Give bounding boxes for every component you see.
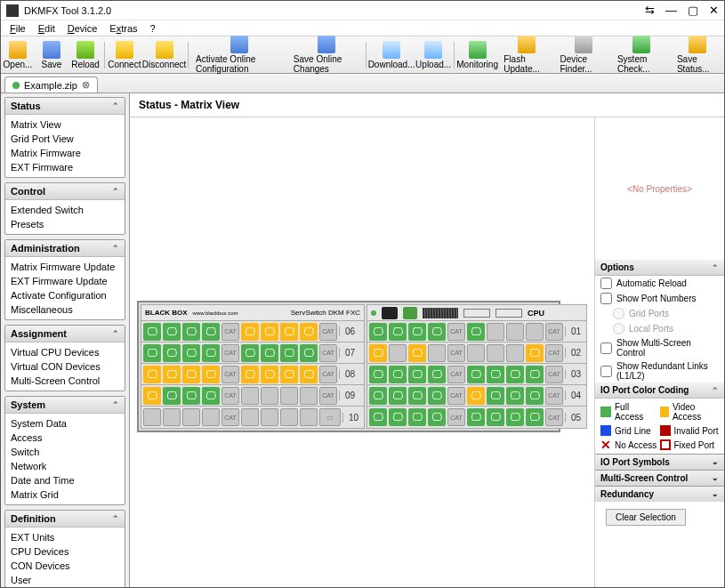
sidebar-item-ext-fw-upd[interactable]: EXT Firmware Update	[11, 274, 119, 288]
panel-control-header[interactable]: Control⌃	[5, 183, 125, 200]
device-finder-button[interactable]: Device Finder...	[554, 34, 611, 76]
port-cat[interactable]: CAT	[447, 408, 465, 426]
port-green[interactable]: 🖵	[369, 408, 387, 426]
port-green[interactable]: 🖵	[182, 344, 200, 362]
sidebar-item-access[interactable]: Access	[11, 431, 119, 445]
open-button[interactable]: Open...	[1, 39, 35, 71]
port-cat[interactable]: CAT	[222, 344, 239, 362]
port-cat[interactable]: CAT	[447, 387, 465, 405]
port-orange[interactable]: 🖵	[467, 387, 485, 405]
port-empty[interactable]	[280, 387, 298, 405]
port-cat[interactable]: CAT	[222, 366, 239, 383]
sidebar-item-msc[interactable]: Multi-Screen Control	[11, 374, 119, 388]
panel-assign-header[interactable]: Assignment⌃	[5, 326, 125, 342]
port-empty[interactable]	[202, 408, 220, 426]
port-empty[interactable]	[487, 323, 504, 341]
sidebar-item-vcon[interactable]: Virtual CON Devices	[11, 359, 119, 374]
port-orange[interactable]: 🖵	[143, 366, 161, 383]
port-green[interactable]: 🖵	[408, 387, 426, 405]
port-empty[interactable]	[143, 408, 161, 426]
sidebar-item-misc[interactable]: Miscellaneous	[11, 302, 119, 317]
port-orange[interactable]: 🖵	[300, 323, 318, 341]
port-cat[interactable]: CAT	[319, 323, 337, 341]
tab-example[interactable]: Example.zip ⊗	[4, 77, 98, 93]
io-symbols-header[interactable]: IO Port Symbols⌄	[595, 454, 724, 470]
show-msc-checkbox[interactable]	[600, 342, 612, 354]
sidebar-item-activate[interactable]: Activate Configuration	[11, 288, 119, 302]
port-empty[interactable]	[280, 408, 298, 426]
port-empty[interactable]	[428, 344, 446, 362]
port-green[interactable]: 🖵	[467, 366, 485, 383]
port-cat[interactable]: CAT	[319, 366, 337, 383]
port-green[interactable]: 🖵	[428, 387, 446, 405]
port-green[interactable]: 🖵	[487, 366, 504, 383]
port-cat[interactable]: CAT	[222, 387, 239, 405]
connect-button[interactable]: Connect	[107, 39, 142, 71]
port-orange[interactable]: 🖵	[300, 366, 318, 383]
port-green[interactable]: 🖵	[280, 344, 298, 362]
port-cat[interactable]: CAT	[447, 366, 465, 383]
port-cat[interactable]: CAT	[319, 387, 337, 405]
port-empty[interactable]	[526, 323, 544, 341]
sidebar-item-presets[interactable]: Presets	[11, 217, 119, 231]
upload-button[interactable]: Upload...	[415, 39, 452, 71]
port-green[interactable]: 🖵	[389, 323, 407, 341]
port-empty[interactable]	[163, 408, 181, 426]
port-green[interactable]: 🖵	[163, 323, 181, 341]
port-green[interactable]: 🖵	[182, 323, 200, 341]
sidebar-item-matrix-view[interactable]: Matrix View	[11, 117, 119, 132]
panel-status-header[interactable]: Status⌃	[5, 98, 125, 115]
show-port-checkbox[interactable]	[600, 293, 612, 304]
port-cat[interactable]: CAT	[319, 344, 337, 362]
sidebar-item-vcpu[interactable]: Virtual CPU Devices	[11, 345, 119, 359]
panel-admin-header[interactable]: Administration⌃	[5, 240, 125, 257]
port-green[interactable]: 🖵	[428, 323, 446, 341]
sidebar-item-cpudev[interactable]: CPU Devices	[11, 544, 119, 559]
save-button[interactable]: Save	[35, 39, 68, 71]
port-empty[interactable]	[261, 387, 278, 405]
port-cat[interactable]: CAT	[545, 387, 563, 405]
sidebar-item-switch[interactable]: Switch	[11, 445, 119, 459]
panel-system-header[interactable]: System⌃	[5, 397, 125, 414]
port-green[interactable]: 🖵	[487, 408, 504, 426]
port-green[interactable]: 🖵	[182, 387, 200, 405]
port-green[interactable]: 🖵	[202, 344, 220, 362]
sidebar-item-user[interactable]: User	[11, 573, 119, 587]
port-cat[interactable]: CAT	[545, 366, 563, 383]
port-green[interactable]: 🖵	[487, 387, 504, 405]
window-minimize-icon[interactable]: —	[665, 4, 677, 17]
port-cat[interactable]: CAT	[545, 408, 563, 426]
port-empty[interactable]	[241, 408, 259, 426]
flash-update-button[interactable]: Flash Update...	[498, 34, 554, 76]
window-close-icon[interactable]: ✕	[709, 4, 719, 17]
show-redun-checkbox[interactable]	[600, 366, 612, 377]
window-restore-icon[interactable]: ⇆	[645, 4, 655, 17]
port-green[interactable]: 🖵	[300, 344, 318, 362]
port-green[interactable]: 🖵	[369, 366, 387, 383]
sidebar-item-network[interactable]: Network	[11, 459, 119, 473]
port-orange[interactable]: 🖵	[261, 323, 278, 341]
port-empty[interactable]	[182, 408, 200, 426]
port-empty[interactable]	[300, 408, 318, 426]
save-status-button[interactable]: Save Status...	[672, 34, 724, 76]
port-empty[interactable]	[300, 387, 318, 405]
system-check-button[interactable]: System Check...	[612, 34, 672, 76]
save-online-button[interactable]: Save Online Changes	[288, 34, 365, 76]
menu-file[interactable]: File	[4, 22, 31, 35]
port-cat[interactable]: CAT	[447, 323, 465, 341]
port-orange[interactable]: 🖵	[369, 344, 387, 362]
port-green[interactable]: 🖵	[526, 366, 544, 383]
port-orange[interactable]: 🖵	[241, 323, 259, 341]
window-maximize-icon[interactable]: ▢	[688, 4, 698, 17]
port-orange[interactable]: 🖵	[202, 366, 220, 383]
port-green[interactable]: 🖵	[163, 387, 181, 405]
menu-help[interactable]: ?	[145, 22, 161, 35]
panel-def-header[interactable]: Definition⌃	[5, 511, 125, 528]
port-green[interactable]: 🖵	[389, 408, 407, 426]
port-orange[interactable]: 🖵	[280, 323, 298, 341]
download-button[interactable]: Download...	[368, 39, 415, 71]
port-green[interactable]: 🖵	[202, 323, 220, 341]
port-orange[interactable]: 🖵	[280, 366, 298, 383]
port-orange[interactable]: 🖵	[143, 387, 161, 405]
port-empty[interactable]: ▭	[319, 408, 341, 426]
